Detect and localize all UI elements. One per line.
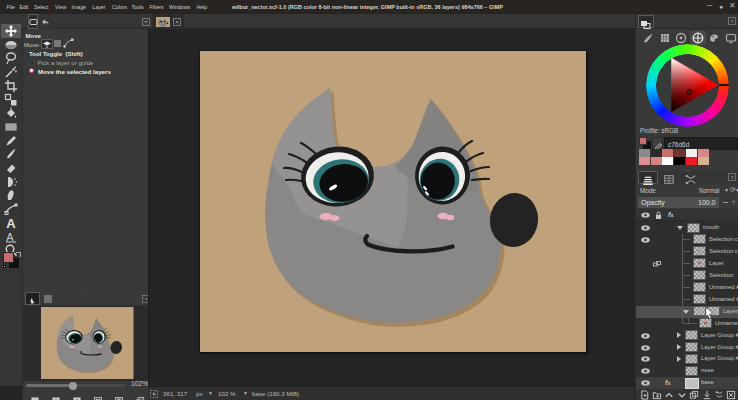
svg-text:A: A <box>6 231 14 243</box>
svg-text:A: A <box>6 216 16 230</box>
